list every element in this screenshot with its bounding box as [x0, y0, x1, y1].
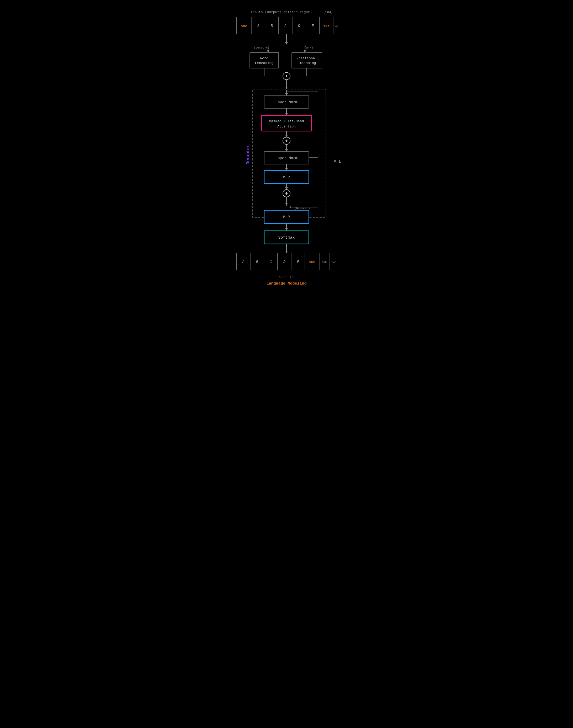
task-label: Language Modeling — [266, 281, 306, 286]
svg-rect-18 — [292, 52, 322, 68]
mlp-decoder-label: MLP — [283, 175, 290, 180]
token-d: D — [298, 24, 300, 28]
plus-circle-1: + — [285, 138, 288, 144]
dim-1xw-label: (1×W) — [323, 10, 333, 14]
out-token-b: B — [256, 260, 258, 264]
dim-hvocab-label: (H×vocab) — [294, 207, 310, 210]
token-e-end: <e> — [323, 24, 329, 28]
out-token-d: D — [283, 260, 286, 264]
token-c: C — [284, 24, 287, 28]
layer-norm-1-label: Layer Norm — [275, 100, 298, 104]
out-token-pad1: PAD — [322, 261, 327, 264]
plus-circle-2: + — [285, 191, 288, 196]
masked-attention-label2: Attention — [277, 124, 296, 128]
token-b: B — [271, 24, 273, 28]
diagram-container: Inputs (Outputs shifted right) (1×W) <s>… — [221, 5, 352, 346]
token-e: E — [312, 24, 314, 28]
out-token-e-end: <e> — [309, 260, 315, 264]
out-token-a: A — [242, 260, 245, 264]
xl-label: × L — [334, 159, 341, 164]
softmax-label: Softmax — [278, 235, 295, 240]
out-token-e: E — [297, 260, 299, 264]
positional-embedding-label2: Embedding — [298, 61, 316, 65]
word-embedding-label2: Embedding — [255, 61, 273, 65]
dim-vocab-h-label: (vocab×H) — [254, 46, 269, 49]
mlp-output-label: MLP — [283, 215, 290, 220]
svg-rect-36 — [262, 115, 311, 131]
word-embedding-label: Word — [260, 56, 268, 60]
layer-norm-2-label: Layer Norm — [275, 156, 298, 160]
token-pad: PAD — [334, 25, 338, 28]
positional-embedding-label: Positional — [297, 56, 317, 60]
architecture-diagram: Inputs (Outputs shifted right) (1×W) <s>… — [221, 5, 352, 346]
decoder-label: Decoder — [245, 145, 251, 165]
token-a: A — [257, 24, 259, 28]
token-s-start: <s> — [241, 24, 247, 28]
out-token-c: C — [270, 260, 272, 264]
svg-rect-17 — [250, 52, 279, 68]
plus-circle-embed: + — [285, 73, 288, 79]
dim-wxh-label: (W×H) — [304, 46, 313, 49]
out-token-pad2: PAD — [332, 261, 336, 264]
outputs-label: Outputs — [279, 275, 294, 279]
masked-attention-label: Masked Multi-Head — [269, 119, 304, 123]
inputs-label: Inputs (Outputs shifted right) — [251, 10, 312, 14]
